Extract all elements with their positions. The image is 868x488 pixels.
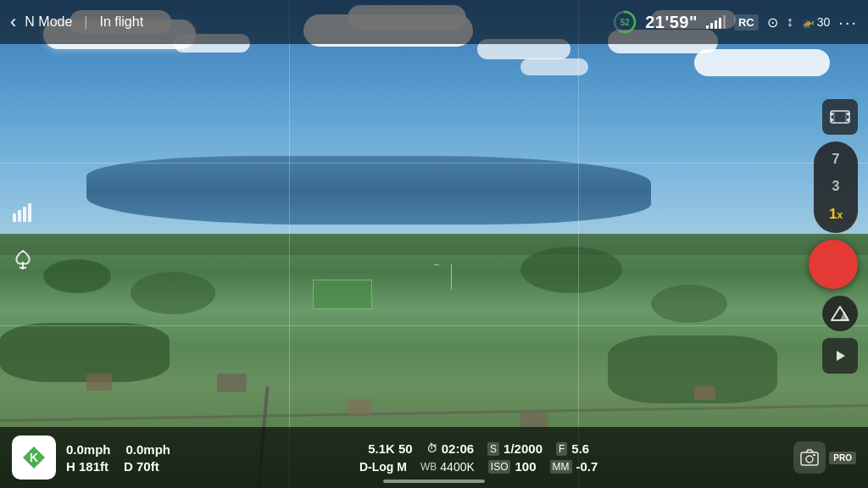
svg-rect-23 — [813, 454, 815, 456]
zoom-3x[interactable]: 3 — [832, 175, 840, 197]
signal-bars — [706, 15, 726, 29]
horizontal-speed: 0.0mph — [66, 442, 111, 457]
battery-percent: 52 — [620, 18, 630, 27]
map-button[interactable]: K — [12, 435, 56, 480]
camera-view — [0, 0, 868, 488]
aperture-prefix: F — [556, 442, 567, 456]
svg-rect-10 — [831, 119, 833, 121]
camera-row-2: D-Log M WB 4400K ISO 100 MM -0.7 — [359, 459, 598, 474]
beginner-mode-icon — [8, 245, 37, 274]
telemetry-panel: 0.0mph 0.0mph H 181ft D 70ft — [66, 442, 170, 474]
position-row: H 181ft D 70ft — [66, 459, 170, 474]
bird-icon: 🚁 — [802, 16, 815, 28]
svg-rect-9 — [831, 113, 833, 115]
svg-rect-5 — [28, 203, 31, 222]
camera-info: 5.1K 50 ⏱ 02:06 S 1/2000 F 5.6 D-Log M W… — [170, 441, 787, 474]
gallery-button[interactable] — [822, 338, 858, 374]
iso-value: 100 — [515, 459, 536, 474]
right-controls: 7 3 1 — [809, 53, 858, 420]
shutter-prefix: S — [487, 442, 499, 456]
color-profile: D-Log M — [359, 460, 407, 474]
battery-indicator: 52 — [613, 10, 637, 34]
signal-bar-3 — [715, 20, 717, 29]
home-bar — [383, 480, 485, 483]
svg-rect-2 — [13, 214, 16, 222]
svg-point-22 — [806, 456, 813, 463]
film-mode-button[interactable] — [822, 99, 858, 135]
gps-icon: ⊙ — [767, 14, 778, 30]
v-speed-value: 0.0mph — [126, 442, 171, 457]
more-button[interactable]: ··· — [838, 13, 858, 32]
nd-value: -0.7 — [576, 459, 598, 474]
wb-icon: WB — [420, 461, 437, 473]
white-balance-stat: WB 4400K — [420, 460, 475, 474]
resolution-stat: 5.1K 50 — [368, 441, 413, 456]
speed-row: 0.0mph 0.0mph — [66, 442, 170, 457]
h-speed-value: 0.0mph — [66, 442, 111, 457]
white-balance-value: 4400K — [440, 460, 474, 474]
top-bar-left: ‹ N Mode | In flight — [10, 11, 613, 33]
distance: D 70ft — [124, 459, 159, 474]
svg-marker-16 — [840, 311, 849, 320]
obstacle-avoidance-button[interactable] — [822, 296, 858, 331]
altitude: H 181ft — [66, 459, 108, 474]
record-button[interactable] — [809, 240, 858, 289]
shutter-stat: S 1/2000 — [487, 441, 542, 456]
top-bar-right: 52 21'59" RC ⊙ ↕ 🚁 30 ··· — [613, 10, 858, 34]
back-button[interactable]: ‹ — [10, 11, 16, 33]
aperture-stat: F 5.6 — [556, 441, 589, 456]
svg-text:K: K — [30, 451, 38, 464]
mode-label: N Mode — [25, 14, 72, 30]
left-indicators — [8, 53, 37, 420]
pro-badge[interactable]: PRO — [829, 452, 856, 464]
water-layer — [86, 156, 651, 225]
svg-rect-3 — [18, 210, 21, 222]
signal-bar-4 — [719, 18, 721, 29]
camera-settings-button[interactable] — [793, 441, 826, 474]
signal-bar-5 — [723, 15, 726, 29]
flight-time: 21'59" — [645, 13, 698, 32]
zoom-panel: 7 3 1 — [814, 141, 858, 233]
aperture-value: 5.6 — [571, 441, 589, 456]
resolution-value: 5.1K 50 — [368, 441, 413, 456]
svg-rect-12 — [847, 119, 849, 121]
cloud — [520, 58, 588, 75]
signal-strength-icon — [8, 199, 37, 228]
nd-stat: MM -0.7 — [550, 459, 598, 474]
zoom-7x[interactable]: 7 — [832, 148, 840, 170]
altitude-value: H 181ft — [66, 459, 108, 474]
svg-rect-11 — [847, 113, 849, 115]
separator: | — [84, 14, 87, 30]
recording-time-stat: ⏱ 02:06 — [426, 441, 474, 456]
iso-stat: ISO 100 — [488, 459, 537, 474]
svg-marker-17 — [837, 351, 845, 361]
camera-row-1: 5.1K 50 ⏱ 02:06 S 1/2000 F 5.6 — [368, 441, 589, 456]
shutter-value: 1/2000 — [504, 441, 542, 456]
rc-label: RC — [734, 14, 759, 30]
svg-rect-4 — [23, 207, 26, 222]
vertical-speed: 0.0mph — [126, 442, 171, 457]
signal-bar-1 — [706, 25, 709, 29]
distance-value: D 70ft — [124, 459, 159, 474]
speed-limit-value: 30 — [817, 15, 831, 29]
record-time-icon: ⏱ — [426, 442, 437, 455]
speed-limit: 🚁 30 — [802, 15, 831, 29]
signal-bar-2 — [710, 23, 713, 29]
zoom-1x[interactable]: 1 — [829, 202, 843, 226]
top-bar: ‹ N Mode | In flight 52 21'59" RC ⊙ ↕ — [0, 0, 868, 44]
svg-rect-8 — [831, 111, 849, 123]
recording-time-value: 02:06 — [442, 441, 474, 456]
iso-prefix: ISO — [488, 460, 511, 474]
sync-icon: ↕ — [787, 14, 793, 30]
status-label: In flight — [100, 14, 144, 30]
nd-prefix: MM — [550, 460, 572, 474]
